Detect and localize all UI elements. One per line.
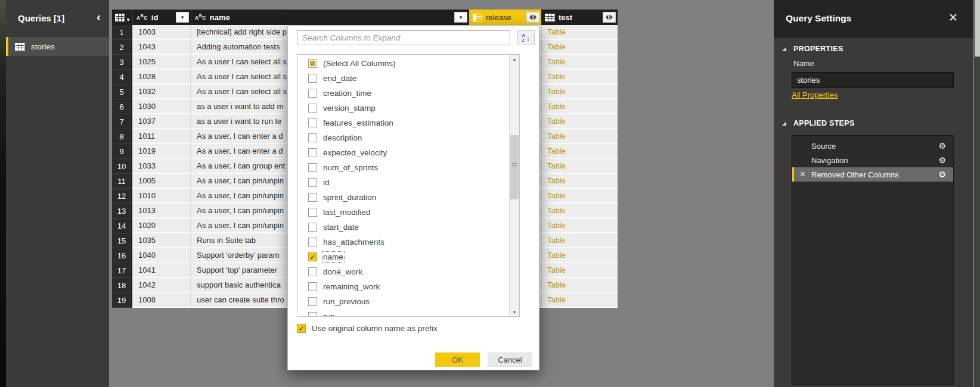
checkbox[interactable] bbox=[308, 104, 317, 113]
table-link[interactable]: Table bbox=[547, 295, 566, 304]
table-menu-button[interactable]: ▾ bbox=[112, 10, 132, 25]
row-number-cell[interactable]: 11 bbox=[112, 174, 132, 189]
gear-icon[interactable]: ⚙ bbox=[938, 141, 946, 151]
table-link[interactable]: Table bbox=[547, 117, 566, 126]
id-cell[interactable]: 1042 bbox=[132, 278, 191, 293]
column-checkbox-item[interactable]: creation_time bbox=[297, 86, 509, 101]
row-number-cell[interactable]: 12 bbox=[112, 189, 132, 204]
ok-button[interactable]: OK bbox=[435, 352, 480, 367]
table-link[interactable]: Table bbox=[547, 132, 566, 141]
filter-dropdown-button[interactable]: ▾ bbox=[176, 12, 189, 23]
table-link[interactable]: Table bbox=[547, 176, 566, 185]
scroll-up-icon[interactable]: ▲ bbox=[510, 55, 519, 63]
row-number-cell[interactable]: 1 bbox=[112, 25, 132, 40]
table-link[interactable]: Table bbox=[547, 266, 566, 274]
checkbox[interactable] bbox=[308, 223, 317, 232]
checkbox[interactable] bbox=[308, 208, 317, 217]
checkbox[interactable] bbox=[308, 74, 317, 83]
table-link[interactable]: Table bbox=[547, 206, 566, 215]
scrollbar-thumb[interactable] bbox=[510, 135, 519, 199]
cancel-button[interactable]: Cancel bbox=[488, 352, 532, 367]
row-number-cell[interactable]: 16 bbox=[112, 248, 132, 263]
column-checkbox-item[interactable]: last_modified bbox=[297, 205, 509, 220]
checkbox[interactable]: ✓ bbox=[308, 252, 317, 261]
applied-step-navigation[interactable]: Navigation⚙ bbox=[792, 153, 953, 167]
checkbox[interactable] bbox=[308, 89, 317, 98]
checkbox[interactable] bbox=[308, 282, 317, 291]
table-link[interactable]: Table bbox=[547, 146, 566, 155]
checkbox[interactable] bbox=[308, 59, 317, 68]
checkbox[interactable] bbox=[308, 267, 317, 276]
id-cell[interactable]: 1010 bbox=[132, 189, 191, 204]
row-number-cell[interactable]: 19 bbox=[112, 293, 132, 308]
scroll-down-icon[interactable]: ▼ bbox=[510, 308, 519, 316]
checkbox[interactable] bbox=[308, 133, 317, 142]
id-cell[interactable]: 1043 bbox=[132, 40, 191, 55]
column-header-name[interactable]: ABC name ▾ bbox=[191, 10, 469, 25]
list-scrollbar[interactable]: ▲ ▼ bbox=[509, 55, 519, 316]
table-link[interactable]: Table bbox=[547, 42, 566, 51]
column-checkbox-item[interactable]: num_of_sprints bbox=[297, 160, 509, 175]
column-checkbox-item[interactable]: remaining_work bbox=[297, 279, 509, 294]
column-checkbox-item[interactable]: run_previous bbox=[297, 294, 509, 309]
all-properties-link[interactable]: All Properties bbox=[792, 90, 838, 99]
row-number-cell[interactable]: 14 bbox=[112, 219, 132, 233]
column-header-release[interactable]: release bbox=[469, 10, 541, 25]
id-cell[interactable]: 1030 bbox=[132, 99, 191, 114]
table-link[interactable]: Table bbox=[547, 280, 566, 289]
id-cell[interactable]: 1020 bbox=[132, 219, 191, 233]
row-number-cell[interactable]: 7 bbox=[112, 114, 132, 129]
row-number-cell[interactable]: 6 bbox=[112, 99, 132, 114]
table-link[interactable]: Table bbox=[547, 221, 566, 230]
id-cell[interactable]: 1028 bbox=[132, 70, 191, 85]
id-cell[interactable]: 1033 bbox=[132, 159, 191, 174]
table-link[interactable]: Table bbox=[547, 57, 566, 66]
checkbox[interactable] bbox=[308, 163, 317, 172]
id-cell[interactable]: 1019 bbox=[132, 144, 191, 159]
row-number-cell[interactable]: 9 bbox=[112, 144, 132, 159]
properties-section-header[interactable]: PROPERTIES bbox=[782, 45, 843, 53]
row-number-cell[interactable]: 13 bbox=[112, 204, 132, 219]
column-header-id[interactable]: ABC id ▾ bbox=[132, 10, 191, 25]
row-number-cell[interactable]: 10 bbox=[112, 159, 132, 174]
row-number-cell[interactable]: 5 bbox=[112, 85, 132, 99]
table-link[interactable]: Table bbox=[547, 72, 566, 81]
table-link[interactable]: Table bbox=[547, 161, 566, 170]
table-link[interactable]: Table bbox=[547, 191, 566, 200]
table-link[interactable]: Table bbox=[547, 102, 566, 111]
sidebar-item-stories[interactable]: stories bbox=[6, 37, 109, 56]
column-header-test[interactable]: test bbox=[541, 10, 618, 25]
column-checkbox-item[interactable]: ✓name bbox=[297, 249, 509, 264]
id-cell[interactable]: 1005 bbox=[132, 174, 191, 189]
id-cell[interactable]: 1013 bbox=[132, 204, 191, 219]
table-link[interactable]: Table bbox=[547, 236, 566, 245]
id-cell[interactable]: 1041 bbox=[132, 263, 191, 278]
row-number-cell[interactable]: 17 bbox=[112, 263, 132, 278]
sort-az-button[interactable]: AZ ↓ bbox=[517, 30, 535, 45]
column-checkbox-item[interactable]: sprint_duration bbox=[297, 190, 509, 205]
gear-icon[interactable]: ⚙ bbox=[938, 169, 946, 180]
id-cell[interactable]: 1032 bbox=[132, 85, 191, 99]
table-link[interactable]: Table bbox=[547, 87, 566, 96]
id-cell[interactable]: 1008 bbox=[132, 293, 191, 308]
row-number-cell[interactable]: 8 bbox=[112, 129, 132, 144]
column-checkbox-item[interactable]: run bbox=[297, 309, 509, 317]
id-cell[interactable]: 1011 bbox=[132, 129, 191, 144]
column-checkbox-item[interactable]: expected_velocity bbox=[297, 145, 509, 160]
row-number-cell[interactable]: 2 bbox=[112, 40, 132, 55]
prefix-checkbox[interactable]: ✓ bbox=[297, 324, 306, 333]
column-checkbox-item[interactable]: version_stamp bbox=[297, 101, 509, 116]
id-cell[interactable]: 1003 bbox=[132, 25, 191, 40]
table-link[interactable]: Table bbox=[547, 27, 566, 36]
expand-column-button[interactable] bbox=[526, 12, 539, 23]
row-number-cell[interactable]: 4 bbox=[112, 70, 132, 85]
id-cell[interactable]: 1025 bbox=[132, 55, 191, 70]
id-cell[interactable]: 1040 bbox=[132, 248, 191, 263]
expand-column-button[interactable] bbox=[603, 12, 616, 23]
column-checkbox-item[interactable]: end_date bbox=[297, 71, 509, 86]
column-checkbox-item[interactable]: start_date bbox=[297, 220, 509, 235]
table-link[interactable]: Table bbox=[547, 251, 566, 260]
id-cell[interactable]: 1035 bbox=[132, 233, 191, 248]
collapse-pane-icon[interactable]: ‹ bbox=[97, 10, 101, 23]
column-checkbox-item[interactable]: has_attachments bbox=[297, 235, 509, 249]
